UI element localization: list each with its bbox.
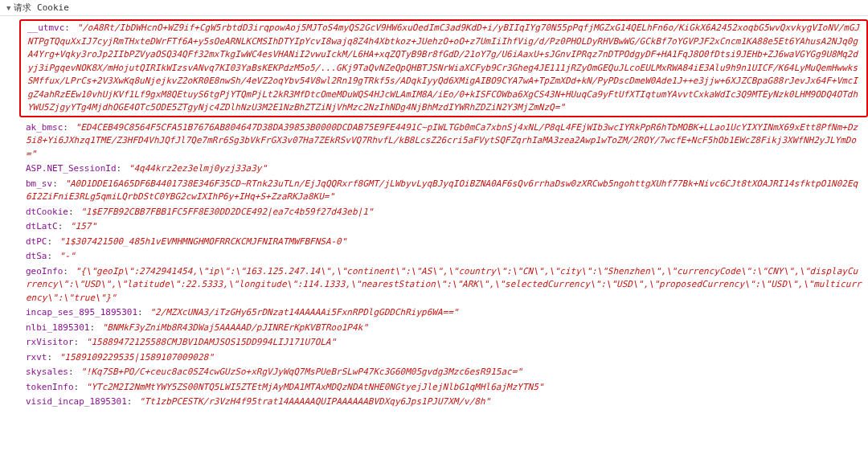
- cookie-row[interactable]: dtCookie: "1$E7FB92CBB7FBB1FC5FF8E30DD2D…: [19, 205, 868, 220]
- cookie-key: nlbi_1895301: [26, 322, 89, 333]
- cookie-row[interactable]: rxVisitor: "15889472125588CMJBV1DAMJSOS1…: [19, 335, 868, 350]
- cookie-row[interactable]: incap_ses_895_1895301: "2/MZXcUNA3/iTzGH…: [19, 305, 868, 321]
- cookie-row[interactable]: skysales: "!Kq7SB+PO/C+ceuc8ac0SZ4cwGUzS…: [19, 365, 868, 380]
- cookie-row[interactable]: __utmvc: "/oA8Rt/IbDWHcnO+WZ9if+CgW5rbtd…: [19, 19, 868, 117]
- cookie-value: "Tt1zbPCESTK/r3VzH4f95trat14AAAAAQUIPAAA…: [139, 396, 490, 407]
- cookie-row[interactable]: dtSa: "-": [19, 249, 868, 264]
- cookie-value: "BNMkF3yZniMb8R43DWaj5AAAAAD/pJINRErKpKV…: [102, 322, 368, 333]
- cookie-value: "157": [70, 221, 96, 232]
- cookie-separator: :: [117, 163, 127, 174]
- cookie-value: "{\"geoIp\":2742941454,\"ip\":\"163.125.…: [26, 266, 862, 303]
- cookie-separator: :: [58, 221, 68, 232]
- cookie-value: "15889472125588CMJBV1DAMJSOS15DD994LIJ17…: [86, 337, 336, 347]
- cookie-separator: :: [52, 178, 63, 189]
- cookie-key: dtCookie: [26, 207, 68, 217]
- cookie-value: "A0D1DDE16A65DF6B4401738E346F35CD~RTnk23…: [26, 178, 858, 203]
- cookie-value: "-": [59, 251, 76, 261]
- cookie-row[interactable]: dtLatC: "157": [19, 219, 868, 235]
- cookie-key: bm_sv: [26, 178, 52, 189]
- cookie-key: dtSa: [26, 251, 47, 261]
- cookie-row[interactable]: ASP.NET_SessionId: "4q44krz2ez3elmj0yzj3…: [19, 162, 868, 177]
- cookie-row[interactable]: nlbi_1895301: "BNMkF3yZniMb8R43DWaj5AAAA…: [19, 321, 868, 336]
- cookie-separator: :: [63, 122, 73, 133]
- cookie-separator: :: [47, 352, 58, 363]
- cookie-key: __utmvc: [27, 23, 64, 33]
- cookie-value: "!Kq7SB+PO/C+ceuc8ac0SZ4cwGUzSo+xRgVJyWq…: [80, 367, 522, 377]
- cookie-value: "ED4CEB49C8564F5CFA51B7676AB804647D38DA3…: [26, 122, 858, 159]
- cookies-content: __utmvc: "/oA8Rt/IbDWHcnO+WZ9if+CgW5rbtd…: [0, 16, 868, 413]
- cookie-row[interactable]: geoInfo: "{\"geoIp\":2742941454,\"ip\":\…: [19, 264, 868, 306]
- cookie-separator: :: [64, 23, 75, 33]
- cookie-separator: :: [47, 236, 58, 247]
- cookie-value: "1$E7FB92CBB7FBB1FC5FF8E30DD2DCE492|ea7c…: [80, 207, 373, 217]
- cookie-key: geoInfo: [26, 266, 63, 277]
- cookie-row[interactable]: tokenInfo: "YTc2M2I2NmMtYWY5ZS00NTQ5LWI5…: [19, 380, 868, 395]
- cookie-key: ak_bmsc: [26, 122, 63, 133]
- cookie-key: skysales: [26, 367, 68, 377]
- cookie-separator: :: [74, 382, 84, 392]
- cookie-row[interactable]: bm_sv: "A0D1DDE16A65DF6B4401738E346F35CD…: [19, 177, 868, 205]
- cookie-value: "4q44krz2ez3elmj0yzj33a3y": [129, 163, 267, 174]
- cookie-value: "2/MZXcUNA3/iTzGHy65rDNzat14AAAAAi5FxnRP…: [149, 307, 458, 318]
- cookie-value: "1$307421500_485h1vEVMHMNGHMOFRRCKCMJFNI…: [59, 236, 347, 247]
- cookie-value: "YTc2M2I2NmMtYWY5ZS00NTQ5LWI5ZTEtMjAyMDA…: [86, 382, 544, 392]
- cookie-key: dtPC: [26, 236, 47, 247]
- cookie-separator: :: [89, 322, 100, 333]
- cookie-separator: :: [47, 251, 58, 261]
- cookie-row[interactable]: rxvt: "1589109229535|1589107009028": [19, 350, 868, 366]
- cookie-key: rxvt: [26, 352, 47, 363]
- cookie-separator: :: [68, 207, 79, 217]
- cookie-key: visid_incap_1895301: [26, 396, 127, 407]
- cookie-separator: :: [63, 266, 73, 277]
- cookie-value: "/oA8Rt/IbDWHcnO+WZ9if+CgW5rbtdD3irqpowA…: [27, 23, 859, 113]
- cookie-row[interactable]: visid_incap_1895301: "Tt1zbPCESTK/r3VzH4…: [19, 395, 868, 410]
- cookie-row[interactable]: ak_bmsc: "ED4CEB49C8564F5CFA51B7676AB804…: [19, 121, 868, 162]
- section-header[interactable]: ▼ 请求 Cookie: [0, 0, 868, 16]
- cookie-separator: :: [74, 337, 84, 347]
- cookie-value: "1589109229535|1589107009028": [59, 352, 214, 363]
- cookie-row[interactable]: dtPC: "1$307421500_485h1vEVMHMNGHMOFRRCK…: [19, 235, 868, 250]
- section-title: 请求 Cookie: [14, 2, 68, 14]
- cookie-separator: :: [68, 367, 79, 377]
- cookie-key: dtLatC: [26, 221, 58, 232]
- collapse-arrow-icon: ▼: [6, 4, 10, 12]
- cookie-key: rxVisitor: [26, 337, 74, 347]
- cookie-separator: :: [127, 396, 137, 407]
- cookie-key: tokenInfo: [26, 382, 74, 392]
- cookie-key: ASP.NET_SessionId: [26, 163, 117, 174]
- cookie-key: incap_ses_895_1895301: [26, 307, 137, 318]
- cookie-separator: :: [137, 307, 148, 318]
